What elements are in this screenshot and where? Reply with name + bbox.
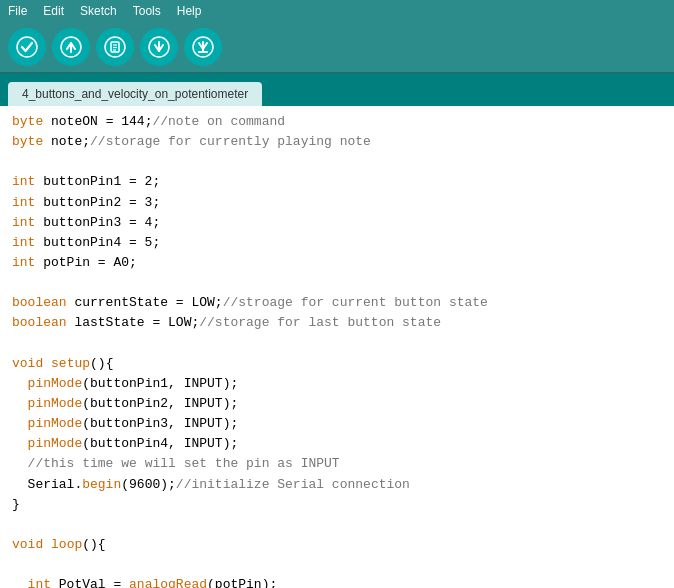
code-content: byte noteON = 144;//note on command byte… [0, 112, 674, 588]
toolbar [0, 22, 674, 74]
save-button[interactable] [184, 28, 222, 66]
tab-bar: 4_buttons_and_velocity_on_potentiometer [0, 74, 674, 106]
menubar: File Edit Sketch Tools Help [0, 0, 674, 22]
menu-file[interactable]: File [8, 4, 27, 18]
upload-button[interactable] [52, 28, 90, 66]
code-editor[interactable]: byte noteON = 144;//note on command byte… [0, 106, 674, 588]
open-button[interactable] [140, 28, 178, 66]
menu-edit[interactable]: Edit [43, 4, 64, 18]
menu-help[interactable]: Help [177, 4, 202, 18]
menu-tools[interactable]: Tools [133, 4, 161, 18]
menu-sketch[interactable]: Sketch [80, 4, 117, 18]
svg-point-0 [17, 37, 37, 57]
verify-button[interactable] [8, 28, 46, 66]
new-button[interactable] [96, 28, 134, 66]
tab-label: 4_buttons_and_velocity_on_potentiometer [22, 87, 248, 101]
tab-sketch[interactable]: 4_buttons_and_velocity_on_potentiometer [8, 82, 262, 106]
